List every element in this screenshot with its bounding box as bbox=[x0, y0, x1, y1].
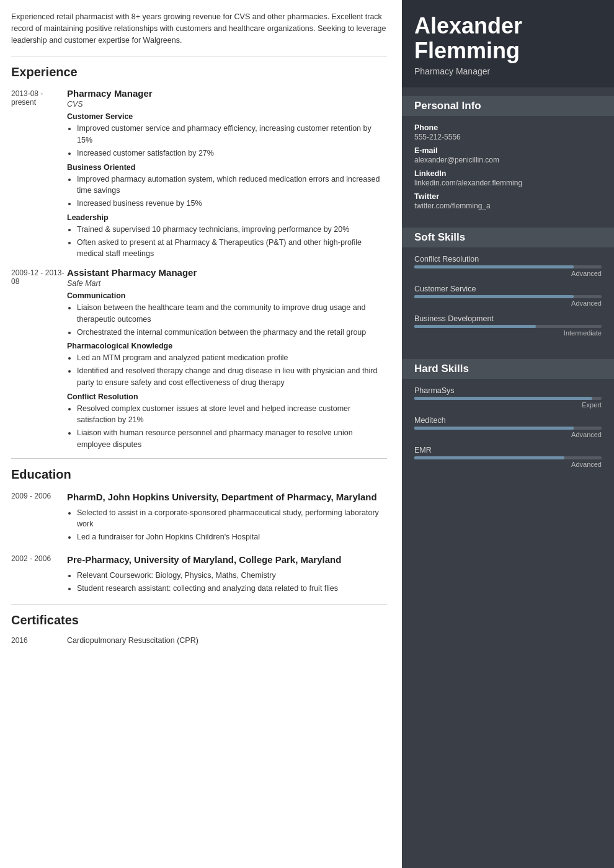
phone-label: Phone bbox=[414, 123, 602, 132]
exp-category: Conflict Resolution bbox=[67, 392, 387, 401]
profile-role: Pharmacy Manager bbox=[414, 66, 602, 76]
exp-date: 2013-08 - present bbox=[11, 88, 67, 261]
bullet: Increased business revenue by 15% bbox=[77, 198, 387, 210]
exp-bullets: Improved pharmacy automation system, whi… bbox=[67, 174, 387, 210]
skill-level: Advanced bbox=[414, 461, 602, 468]
experience-item: 2013-08 - present Pharmacy Manager CVS C… bbox=[11, 88, 387, 261]
twitter-value: twitter.com/flemming_a bbox=[414, 202, 602, 210]
profile-name: Alexander Flemming bbox=[414, 14, 602, 63]
bullet: Orchestrated the internal communication … bbox=[77, 327, 387, 339]
cert-year: 2016 bbox=[11, 636, 67, 645]
certificates-section-title: Certificates bbox=[11, 613, 387, 627]
email-value: alexander@penicillin.com bbox=[414, 156, 602, 164]
skill-bar-fill bbox=[414, 397, 592, 400]
hard-skill-item: EMR Advanced bbox=[414, 446, 602, 468]
personal-info-section: Personal Info Phone 555-212-5556 E-mail … bbox=[402, 87, 614, 219]
exp-bullets: Resolved complex customer issues at stor… bbox=[67, 403, 387, 451]
soft-skill-item: Business Development Intermediate bbox=[414, 314, 602, 337]
cert-name: Cardiopulmonary Resuscitation (CPR) bbox=[67, 636, 198, 645]
edu-date: 2002 - 2006 bbox=[11, 553, 67, 596]
exp-company: CVS bbox=[67, 100, 387, 108]
exp-date: 2009-12 - 2013-08 bbox=[11, 267, 67, 452]
skill-bar-fill bbox=[414, 295, 574, 298]
hard-skill-item: Meditech Advanced bbox=[414, 416, 602, 438]
exp-bullets: Improved customer service and pharmacy e… bbox=[67, 123, 387, 159]
education-section-title: Education bbox=[11, 467, 387, 482]
exp-job-title: Assistant Pharmacy Manager bbox=[67, 267, 387, 278]
skill-level: Advanced bbox=[414, 270, 602, 277]
skill-level: Advanced bbox=[414, 431, 602, 438]
exp-category: Communication bbox=[67, 291, 387, 300]
edu-degree: Pre-Pharmacy, University of Maryland, Co… bbox=[67, 553, 387, 566]
profile-header: Alexander Flemming Pharmacy Manager bbox=[402, 0, 614, 87]
education-item: 2009 - 2006 PharmD, John Hopkins Univers… bbox=[11, 490, 387, 544]
skill-bar-fill bbox=[414, 265, 574, 268]
bullet: Resolved complex customer issues at stor… bbox=[77, 403, 387, 427]
edu-bullet: Relevant Coursework: Biology, Physics, M… bbox=[77, 570, 387, 582]
hard-skill-item: PharmaSys Expert bbox=[414, 386, 602, 409]
linkedin-label: LinkedIn bbox=[414, 169, 602, 178]
divider-certificates bbox=[11, 604, 387, 604]
soft-skills-container: Conflict Resolution Advanced Customer Se… bbox=[414, 255, 602, 337]
skill-level: Intermediate bbox=[414, 329, 602, 337]
bullet: Led an MTM program and analyzed patient … bbox=[77, 352, 387, 364]
exp-category: Customer Service bbox=[67, 112, 387, 121]
phone-value: 555-212-5556 bbox=[414, 133, 602, 141]
hard-skills-section: Hard Skills PharmaSys Expert Meditech Ad… bbox=[402, 350, 614, 482]
education-item: 2002 - 2006 Pre-Pharmacy, University of … bbox=[11, 553, 387, 596]
certificate-item: 2016 Cardiopulmonary Resuscitation (CPR) bbox=[11, 636, 387, 645]
skill-name: Conflict Resolution bbox=[414, 255, 602, 264]
exp-company: Safe Mart bbox=[67, 279, 387, 288]
skill-bar-bg bbox=[414, 295, 602, 298]
bullet: Trained & supervised 10 pharmacy technic… bbox=[77, 224, 387, 236]
bullet: Liaison between the healthcare team and … bbox=[77, 302, 387, 326]
bullet: Improved pharmacy automation system, whi… bbox=[77, 174, 387, 197]
edu-date: 2009 - 2006 bbox=[11, 490, 67, 544]
edu-bullet: Student research assistant: collecting a… bbox=[77, 583, 387, 595]
skill-level: Advanced bbox=[414, 299, 602, 307]
exp-content: Pharmacy Manager CVS Customer Service Im… bbox=[67, 88, 387, 261]
edu-bullet: Selected to assist in a corporate-sponso… bbox=[77, 507, 387, 531]
edu-content: Pre-Pharmacy, University of Maryland, Co… bbox=[67, 553, 387, 596]
twitter-label: Twitter bbox=[414, 192, 602, 201]
skill-bar-fill bbox=[414, 427, 574, 430]
exp-category: Pharmacological Knowledge bbox=[67, 342, 387, 350]
skill-name: PharmaSys bbox=[414, 386, 602, 395]
education-container: 2009 - 2006 PharmD, John Hopkins Univers… bbox=[11, 490, 387, 596]
exp-bullets: Led an MTM program and analyzed patient … bbox=[67, 352, 387, 388]
skill-bar-bg bbox=[414, 397, 602, 400]
skill-bar-fill bbox=[414, 325, 536, 328]
bullet: Often asked to present at at Pharmacy & … bbox=[77, 237, 387, 260]
exp-content: Assistant Pharmacy Manager Safe Mart Com… bbox=[67, 267, 387, 452]
edu-bullet: Led a fundraiser for John Hopkins Childr… bbox=[77, 531, 387, 543]
exp-bullets: Trained & supervised 10 pharmacy technic… bbox=[67, 224, 387, 260]
soft-skills-section: Soft Skills Conflict Resolution Advanced… bbox=[402, 219, 614, 350]
soft-skills-title: Soft Skills bbox=[402, 228, 614, 247]
divider-education bbox=[11, 458, 387, 459]
bullet: Identified and resolved therapy change a… bbox=[77, 365, 387, 389]
skill-bar-bg bbox=[414, 427, 602, 430]
exp-bullets: Liaison between the healthcare team and … bbox=[67, 302, 387, 338]
certificates-container: 2016 Cardiopulmonary Resuscitation (CPR) bbox=[11, 636, 387, 645]
left-panel: Experienced retail pharmacist with 8+ ye… bbox=[0, 0, 402, 868]
skill-bar-bg bbox=[414, 265, 602, 268]
linkedin-value: linkedin.com/alexander.flemming bbox=[414, 179, 602, 187]
hard-skills-title: Hard Skills bbox=[402, 359, 614, 379]
skill-bar-bg bbox=[414, 325, 602, 328]
skill-name: EMR bbox=[414, 446, 602, 454]
edu-content: PharmD, John Hopkins University, Departm… bbox=[67, 490, 387, 544]
edu-degree: PharmD, John Hopkins University, Departm… bbox=[67, 490, 387, 503]
divider-experience bbox=[11, 56, 387, 56]
bullet: Increased customer satisfaction by 27% bbox=[77, 148, 387, 159]
skill-bar-fill bbox=[414, 456, 564, 459]
skill-name: Customer Service bbox=[414, 285, 602, 293]
experience-container: 2013-08 - present Pharmacy Manager CVS C… bbox=[11, 88, 387, 451]
skill-name: Meditech bbox=[414, 416, 602, 425]
email-label: E-mail bbox=[414, 146, 602, 155]
summary-text: Experienced retail pharmacist with 8+ ye… bbox=[11, 11, 387, 46]
skill-name: Business Development bbox=[414, 314, 602, 323]
exp-category: Business Oriented bbox=[67, 163, 387, 172]
soft-skill-item: Customer Service Advanced bbox=[414, 285, 602, 307]
experience-item: 2009-12 - 2013-08 Assistant Pharmacy Man… bbox=[11, 267, 387, 452]
exp-job-title: Pharmacy Manager bbox=[67, 88, 387, 99]
